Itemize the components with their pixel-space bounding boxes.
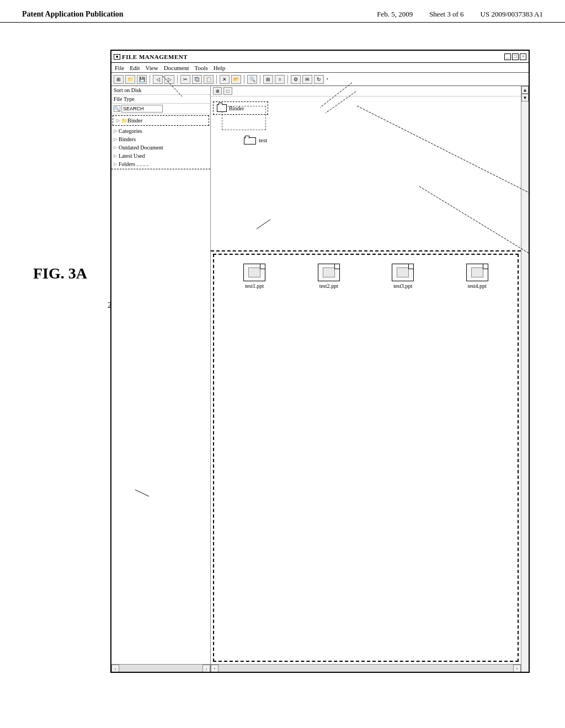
toolbar-email-icon[interactable]: ✉: [302, 75, 312, 84]
sidebar-scrollbar[interactable]: ‹ ›: [111, 664, 210, 672]
file-item-4[interactable]: test4.ppt: [443, 264, 513, 289]
menu-help[interactable]: Help: [214, 65, 225, 71]
file-thumbnail-1: [243, 264, 265, 281]
toolbar-copy-icon[interactable]: ⿻: [192, 75, 202, 84]
binder-arrow: ▷: [116, 118, 120, 123]
binder-tree-root: Binder: [217, 104, 264, 112]
h-scroll-track[interactable]: [218, 665, 513, 672]
toolbar-back-icon[interactable]: ◁: [153, 75, 163, 84]
binder-folder-icon: 📁: [121, 118, 127, 124]
scroll-left-arrow[interactable]: ‹: [211, 665, 218, 672]
content-panel: ⊞ □ Binder: [211, 86, 521, 672]
toolbar-dot: •: [327, 77, 328, 82]
sidebar-item-outdated[interactable]: ▷ Outdated Document: [111, 143, 210, 152]
binder-area: ⊞ □ Binder: [211, 86, 521, 251]
toolbar-forward-icon[interactable]: ▷: [164, 75, 174, 84]
file-item-1[interactable]: test1.ppt: [220, 264, 290, 289]
toolbar-cut-icon[interactable]: ✂: [180, 75, 190, 84]
title-bar: ■ FILE MANAGEMENT _ □ ×: [111, 51, 529, 63]
menu-file[interactable]: File: [115, 65, 124, 71]
latest-arrow: ▷: [114, 153, 117, 158]
outdated-label: Outdated Document: [119, 144, 163, 151]
toolbar-sep-1: [150, 75, 150, 84]
content-icon-1[interactable]: ⊞: [213, 87, 222, 95]
test-folder-label: test: [259, 137, 267, 143]
binder-nav-item[interactable]: ▷ 📁 Binder: [113, 115, 209, 126]
app-body: Sort on Disk File Type 🔍 ▷: [111, 86, 529, 672]
content-scrollbar-h[interactable]: ‹ ›: [211, 664, 521, 672]
sidebar-search-area: 🔍: [111, 104, 210, 114]
sort-label: Sort on Disk: [114, 87, 142, 93]
scroll-right-arrow[interactable]: ›: [513, 665, 521, 672]
app-window: ■ FILE MANAGEMENT _ □ × File Edit View D…: [110, 50, 530, 673]
scroll-down-arrow[interactable]: ▼: [521, 94, 529, 101]
file-name-1: test1.ppt: [245, 283, 264, 289]
fig-label: FIG. 3A: [33, 265, 87, 282]
categories-arrow: ▷: [114, 129, 117, 133]
toolbar-view2-icon[interactable]: ≡: [275, 75, 285, 84]
test-folder-item[interactable]: test: [244, 136, 267, 144]
binders-arrow: ▷: [114, 137, 117, 142]
folders-label: Folders: [119, 161, 135, 167]
toolbar: ⊞ 📁 💾 ◁ ▷ ✂ ⿻ 📋 ✕ 📂 🔍 ⊞ ≡ ⚙ ✉ ↻ •: [111, 73, 529, 86]
toolbar-save-icon[interactable]: 💾: [137, 75, 147, 84]
menu-bar: File Edit View Document Tools Help: [111, 63, 529, 73]
app-icon: ■: [114, 54, 120, 60]
sidebar-item-folders[interactable]: ▷ Folders _ _ _ _: [111, 160, 210, 169]
test-folder-icon: [244, 136, 256, 144]
file-thumbnail-3: [392, 264, 414, 281]
file-name-4: test4.ppt: [468, 283, 487, 289]
sidebar-scroll-track[interactable]: [119, 665, 202, 672]
toolbar-sep-4: [244, 75, 244, 84]
pub-title: Patent Application Publication: [22, 10, 124, 19]
title-bar-text: FILE MANAGEMENT: [122, 53, 188, 60]
search-icon: 🔍: [114, 105, 120, 112]
binder-tree-box: Binder: [213, 101, 268, 115]
menu-view[interactable]: View: [145, 65, 158, 71]
sidebar-scroll-left[interactable]: ‹: [111, 665, 119, 672]
file-thumbnail-2: [318, 264, 340, 281]
file-type-section: File Type: [111, 95, 210, 104]
sidebar-item-binders[interactable]: ▷ Binders: [111, 135, 210, 143]
close-button[interactable]: ×: [520, 53, 526, 60]
sidebar-scroll-right[interactable]: ›: [202, 665, 210, 672]
file-item-3[interactable]: test3.ppt: [368, 264, 438, 289]
content-scrollbar-v[interactable]: ▲ ▼: [521, 86, 529, 672]
files-area: test1.ppt test2.ppt test3.ppt: [213, 254, 519, 662]
sidebar-item-latest[interactable]: ▷ Latest Used: [111, 152, 210, 160]
menu-edit[interactable]: Edit: [130, 65, 140, 71]
maximize-button[interactable]: □: [512, 53, 519, 60]
file-item-2[interactable]: test2.ppt: [294, 264, 364, 289]
toolbar-open-icon[interactable]: 📁: [125, 75, 135, 84]
file-thumbnail-4: [466, 264, 488, 281]
sort-bar: Sort on Disk: [111, 86, 210, 95]
latest-label: Latest Used: [119, 153, 145, 159]
content-icon-2[interactable]: □: [223, 87, 232, 95]
scroll-up-arrow[interactable]: ▲: [521, 86, 529, 94]
file-mini-preview-2: [323, 267, 335, 277]
toolbar-rotate-icon[interactable]: ↻: [314, 75, 324, 84]
file-mini-preview-4: [471, 267, 483, 277]
sheet-info: Sheet 3 of 6: [429, 10, 463, 19]
title-bar-buttons[interactable]: _ □ ×: [504, 53, 526, 60]
minimize-button[interactable]: _: [504, 53, 511, 60]
menu-document[interactable]: Document: [164, 65, 189, 71]
sidebar-item-binder[interactable]: ▷ 📁 Binder: [114, 116, 207, 125]
menu-tools[interactable]: Tools: [194, 65, 207, 71]
toolbar-sep-2: [177, 75, 178, 84]
folders-arrow: ▷: [114, 162, 117, 167]
toolbar-sep-3: [216, 75, 217, 84]
toolbar-paste-icon[interactable]: 📋: [204, 75, 214, 84]
toolbar-sep-5: [260, 75, 260, 84]
toolbar-new-icon[interactable]: ⊞: [114, 75, 124, 84]
toolbar-folder-icon[interactable]: 📂: [231, 75, 241, 84]
toolbar-search-icon[interactable]: 🔍: [247, 75, 257, 84]
file-mini-preview-3: [397, 267, 409, 277]
toolbar-view1-icon[interactable]: ⊞: [263, 75, 273, 84]
toolbar-properties-icon[interactable]: ⚙: [291, 75, 301, 84]
toolbar-delete-icon[interactable]: ✕: [220, 75, 230, 84]
search-input[interactable]: [121, 105, 163, 113]
sidebar-items: ▷ 📁 Binder ▷ Categories ▷ Binders ▷ Outd…: [111, 114, 210, 664]
sidebar-item-categories[interactable]: ▷ Categories: [111, 127, 210, 135]
binder-tree-label: Binder: [229, 105, 244, 111]
